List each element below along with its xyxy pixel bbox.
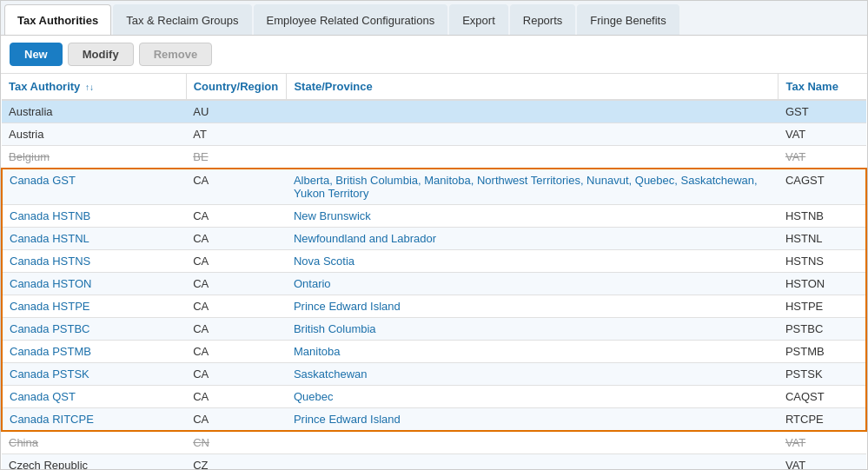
cell-tax-name: RTCPE bbox=[779, 408, 866, 432]
table-row[interactable]: BelgiumBEVAT bbox=[2, 146, 866, 169]
cell-tax-authority: Canada HSTON bbox=[2, 273, 186, 295]
cell-country: CA bbox=[186, 273, 287, 295]
table-row[interactable]: Canada HSTPECAPrince Edward IslandHSTPE bbox=[2, 295, 866, 318]
cell-tax-authority: Canada QST bbox=[2, 386, 186, 408]
cell-country: CA bbox=[186, 408, 287, 432]
cell-country: CA bbox=[186, 250, 287, 273]
table-row[interactable]: Canada HSTNSCANova ScotiaHSTNS bbox=[2, 250, 866, 273]
sort-icon: ↑↓ bbox=[85, 83, 94, 92]
table-row[interactable]: Canada GSTCAAlberta, British Columbia, M… bbox=[2, 169, 866, 205]
cell-country: CA bbox=[186, 228, 287, 250]
cell-tax-authority: Canada PSTMB bbox=[2, 341, 186, 363]
cell-tax-name: CAQST bbox=[779, 386, 866, 408]
modify-button[interactable]: Modify bbox=[68, 43, 134, 66]
table-row[interactable]: Czech RepublicCZVAT bbox=[2, 454, 866, 470]
cell-state-province: Newfoundland and Labrador bbox=[287, 228, 779, 250]
table-row[interactable]: Canada PSTMBCAManitobaPSTMB bbox=[2, 341, 866, 363]
cell-state-province: Quebec bbox=[287, 386, 779, 408]
cell-tax-name: PSTMB bbox=[779, 341, 866, 363]
cell-country: CA bbox=[186, 295, 287, 318]
cell-tax-name: HSTPE bbox=[779, 295, 866, 318]
cell-tax-authority: Canada HSTNS bbox=[2, 250, 186, 273]
tab-employee-related[interactable]: Employee Related Configurations bbox=[254, 4, 448, 35]
table-row[interactable]: Canada RITCPECAPrince Edward IslandRTCPE bbox=[2, 408, 866, 432]
table-header-row: Tax Authority ↑↓ Country/Region State/Pr… bbox=[2, 74, 866, 100]
cell-country: CA bbox=[186, 205, 287, 228]
table-row[interactable]: AustraliaAUGST bbox=[2, 100, 866, 123]
cell-tax-authority: Canada PSTBC bbox=[2, 318, 186, 341]
cell-tax-name: VAT bbox=[779, 146, 866, 169]
cell-tax-name: VAT bbox=[779, 123, 866, 146]
cell-country: BE bbox=[186, 146, 287, 169]
cell-state-province: Prince Edward Island bbox=[287, 408, 779, 432]
remove-button[interactable]: Remove bbox=[139, 43, 213, 66]
table-row[interactable]: AustriaATVAT bbox=[2, 123, 866, 146]
cell-state-province: Alberta, British Columbia, Manitoba, Nor… bbox=[287, 169, 779, 205]
cell-tax-authority: Canada HSTNB bbox=[2, 205, 186, 228]
cell-tax-authority: Czech Republic bbox=[2, 454, 186, 470]
cell-country: CA bbox=[186, 169, 287, 205]
cell-state-province: Nova Scotia bbox=[287, 250, 779, 273]
cell-country: CN bbox=[186, 431, 287, 454]
cell-state-province: Manitoba bbox=[287, 341, 779, 363]
cell-tax-name: CAGST bbox=[779, 169, 866, 205]
tab-bar: Tax AuthoritiesTax & Reclaim GroupsEmplo… bbox=[1, 1, 867, 36]
cell-state-province bbox=[287, 100, 779, 123]
cell-tax-name: VAT bbox=[779, 454, 866, 470]
toolbar: New Modify Remove bbox=[1, 36, 867, 74]
cell-tax-name: HSTNL bbox=[779, 228, 866, 250]
table-row[interactable]: ChinaCNVAT bbox=[2, 431, 866, 454]
cell-state-province bbox=[287, 431, 779, 454]
cell-tax-authority: Canada PSTSK bbox=[2, 363, 186, 386]
cell-tax-authority: Australia bbox=[2, 100, 186, 123]
cell-state-province: New Brunswick bbox=[287, 205, 779, 228]
col-header-tax-name[interactable]: Tax Name bbox=[779, 74, 866, 100]
table-row[interactable]: Canada HSTNBCANew BrunswickHSTNB bbox=[2, 205, 866, 228]
cell-tax-authority: Canada HSTPE bbox=[2, 295, 186, 318]
cell-state-province: Saskatchewan bbox=[287, 363, 779, 386]
cell-tax-name: HSTNS bbox=[779, 250, 866, 273]
cell-tax-authority: China bbox=[2, 431, 186, 454]
cell-tax-name: HSTON bbox=[779, 273, 866, 295]
cell-country: CA bbox=[186, 363, 287, 386]
cell-state-province bbox=[287, 454, 779, 470]
cell-tax-name: PSTSK bbox=[779, 363, 866, 386]
cell-tax-authority: Canada GST bbox=[2, 169, 186, 205]
cell-state-province bbox=[287, 123, 779, 146]
tax-authorities-table: Tax Authority ↑↓ Country/Region State/Pr… bbox=[1, 74, 867, 469]
cell-country: CA bbox=[186, 341, 287, 363]
cell-country: CZ bbox=[186, 454, 287, 470]
col-header-country-region[interactable]: Country/Region bbox=[186, 74, 287, 100]
cell-tax-name: HSTNB bbox=[779, 205, 866, 228]
cell-state-province: Ontario bbox=[287, 273, 779, 295]
cell-tax-authority: Canada HSTNL bbox=[2, 228, 186, 250]
cell-tax-name: GST bbox=[779, 100, 866, 123]
cell-state-province: British Columbia bbox=[287, 318, 779, 341]
cell-country: CA bbox=[186, 318, 287, 341]
tab-tax-authorities[interactable]: Tax Authorities bbox=[4, 4, 111, 35]
col-header-tax-authority[interactable]: Tax Authority ↑↓ bbox=[2, 74, 186, 100]
table-row[interactable]: Canada QSTCAQuebecCAQST bbox=[2, 386, 866, 408]
cell-tax-name: VAT bbox=[779, 431, 866, 454]
table-row[interactable]: Canada PSTBCCABritish ColumbiaPSTBC bbox=[2, 318, 866, 341]
col-header-state-province[interactable]: State/Province bbox=[287, 74, 779, 100]
cell-country: CA bbox=[186, 386, 287, 408]
cell-tax-authority: Austria bbox=[2, 123, 186, 146]
table-area: Tax Authority ↑↓ Country/Region State/Pr… bbox=[1, 74, 867, 469]
cell-state-province: Prince Edward Island bbox=[287, 295, 779, 318]
cell-tax-authority: Canada RITCPE bbox=[2, 408, 186, 432]
tab-fringe-benefits[interactable]: Fringe Benefits bbox=[577, 4, 679, 35]
new-button[interactable]: New bbox=[10, 43, 63, 66]
cell-tax-authority: Belgium bbox=[2, 146, 186, 169]
cell-country: AT bbox=[186, 123, 287, 146]
cell-tax-name: PSTBC bbox=[779, 318, 866, 341]
table-row[interactable]: Canada HSTONCAOntarioHSTON bbox=[2, 273, 866, 295]
cell-state-province bbox=[287, 146, 779, 169]
table-body: AustraliaAUGSTAustriaATVATBelgiumBEVATCa… bbox=[2, 100, 866, 469]
tab-export[interactable]: Export bbox=[449, 4, 508, 35]
tab-tax-reclaim-groups[interactable]: Tax & Reclaim Groups bbox=[113, 4, 251, 35]
tab-reports[interactable]: Reports bbox=[510, 4, 576, 35]
table-row[interactable]: Canada HSTNLCANewfoundland and LabradorH… bbox=[2, 228, 866, 250]
app-container: Tax AuthoritiesTax & Reclaim GroupsEmplo… bbox=[0, 0, 868, 470]
table-row[interactable]: Canada PSTSKCASaskatchewanPSTSK bbox=[2, 363, 866, 386]
